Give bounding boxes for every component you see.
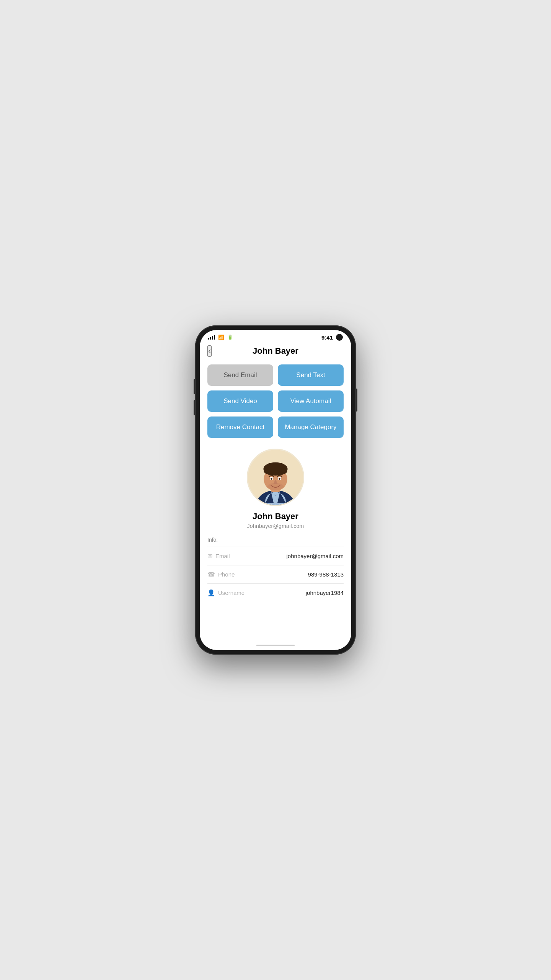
signal-icon (208, 335, 215, 340)
home-indicator (200, 642, 351, 650)
back-button[interactable]: ‹ (207, 345, 212, 357)
battery-icon: 🔋 (227, 335, 233, 340)
profile-section: John Bayer Johnbayer@gmail.com (207, 449, 344, 529)
volume-down-button (194, 400, 195, 415)
nav-header: ‹ John Bayer (200, 343, 351, 361)
main-content: Send Email Send Text Send Video View Aut… (200, 361, 351, 642)
username-icon: 👤 (207, 589, 215, 596)
email-icon: ✉ (207, 552, 212, 560)
home-bar (256, 645, 295, 646)
username-row: 👤 Username johnbayer1984 (207, 584, 344, 602)
camera-dot (336, 334, 343, 341)
profile-name: John Bayer (253, 511, 298, 521)
info-section: Info: ✉ Email johnbayer@gmail.com ☎ Phon… (207, 537, 344, 602)
svg-point-10 (279, 478, 280, 480)
send-text-button[interactable]: Send Text (278, 364, 344, 386)
svg-point-6 (264, 467, 287, 475)
action-grid: Send Email Send Text Send Video View Aut… (207, 364, 344, 438)
volume-up-button (194, 379, 195, 394)
email-value: johnbayer@gmail.com (287, 553, 344, 559)
username-row-left: 👤 Username (207, 589, 245, 596)
phone-field-label: Phone (218, 571, 235, 578)
send-email-button[interactable]: Send Email (207, 364, 273, 386)
phone-value: 989-988-1313 (308, 571, 344, 578)
status-right: 9:41 (321, 334, 343, 341)
power-button (356, 389, 357, 412)
phone-row-left: ☎ Phone (207, 571, 235, 578)
username-field-label: Username (218, 590, 245, 596)
clock: 9:41 (321, 334, 333, 341)
svg-point-9 (271, 478, 272, 480)
wifi-icon: 📶 (218, 335, 224, 340)
info-label: Info: (207, 537, 344, 543)
avatar (247, 449, 304, 506)
phone-icon: ☎ (207, 571, 215, 578)
status-bar: 📶 🔋 9:41 (200, 330, 351, 343)
email-field-label: Email (215, 553, 230, 559)
status-left: 📶 🔋 (208, 335, 233, 340)
email-row: ✉ Email johnbayer@gmail.com (207, 547, 344, 565)
page-title: John Bayer (253, 346, 298, 356)
phone-screen: 📶 🔋 9:41 ‹ John Bayer Send Email Send Te… (200, 330, 351, 650)
username-value: johnbayer1984 (306, 590, 344, 596)
manage-category-button[interactable]: Manage Category (278, 416, 344, 438)
view-automail-button[interactable]: View Automail (278, 390, 344, 412)
email-row-left: ✉ Email (207, 552, 230, 560)
remove-contact-button[interactable]: Remove Contact (207, 416, 273, 438)
phone-row: ☎ Phone 989-988-1313 (207, 565, 344, 584)
profile-email: Johnbayer@gmail.com (247, 523, 304, 529)
send-video-button[interactable]: Send Video (207, 390, 273, 412)
svg-point-11 (267, 483, 284, 490)
phone-frame: 📶 🔋 9:41 ‹ John Bayer Send Email Send Te… (195, 325, 356, 655)
